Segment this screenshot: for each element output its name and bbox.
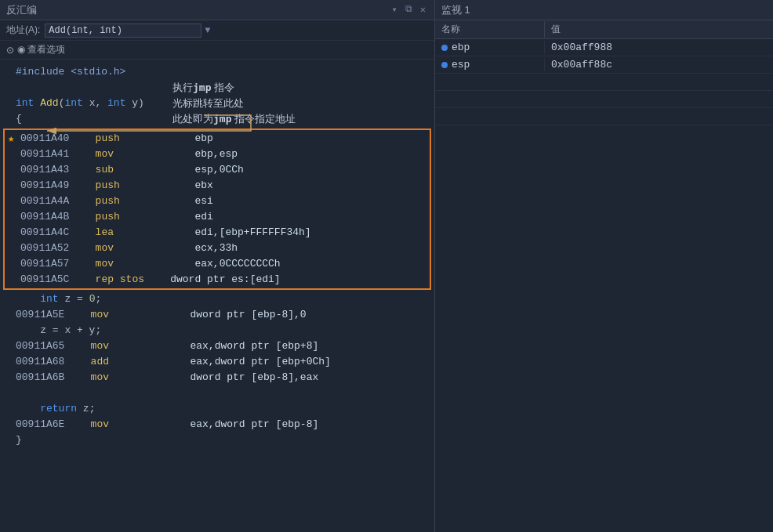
watch-name-ebp: ebp xyxy=(452,42,470,53)
code-area[interactable]: 执行jmp 指令 光标跳转至此处 此处即为jmp 指令指定地址 #include… xyxy=(0,60,434,532)
asm-line-00911A4A: 00911A4A push esi xyxy=(5,194,430,209)
blank-line-2 xyxy=(0,385,434,401)
watch-val-esp: 0x00aff88c xyxy=(545,58,619,71)
source-return: return z; xyxy=(0,401,434,417)
watch-title-bar: 监视 1 xyxy=(435,0,773,20)
asm-line-00911A49: 00911A49 push ebx xyxy=(5,178,430,194)
float-button[interactable]: ⧉ xyxy=(403,4,415,16)
disasm-title: 反汇编 xyxy=(6,3,37,17)
disasm-title-bar: 反汇编 ▾ ⧉ ✕ xyxy=(0,0,434,20)
disasm-panel: 反汇编 ▾ ⧉ ✕ 地址(A): ▼ ⊙ ◉ 查看选项 执行jmp 指令 光标跳… xyxy=(0,0,435,532)
watch-title: 监视 1 xyxy=(441,3,470,17)
view-options-bar: ⊙ ◉ 查看选项 xyxy=(0,41,434,60)
annotation-line1: 执行jmp 指令 xyxy=(172,80,296,96)
asm-line-00911A5E: 00911A5E mov dword ptr [ebp-8],0 xyxy=(0,307,434,323)
watch-dot-esp xyxy=(441,62,448,68)
watch-header: 名称 值 xyxy=(435,20,773,39)
watch-cell-name-ebp: ebp xyxy=(435,41,545,54)
asm-line-00911A41: 00911A41 mov ebp,esp xyxy=(5,147,430,162)
watch-row-esp[interactable]: esp 0x00aff88c xyxy=(435,56,773,74)
asm-line-00911A6E: 00911A6E mov eax,dword ptr [ebp-8] xyxy=(0,417,434,432)
asm-line-00911A43: 00911A43 sub esp,0CCh xyxy=(5,162,430,178)
breakpoint-marker: ★ xyxy=(8,131,14,147)
address-input[interactable] xyxy=(45,24,201,38)
address-bar: 地址(A): ▼ xyxy=(0,20,434,41)
watch-rows: ebp 0x00aff988 esp 0x00aff88c xyxy=(435,39,773,125)
asm-line-00911A52: 00911A52 mov ecx,33h xyxy=(5,241,430,256)
watch-empty-row-3 xyxy=(435,108,773,125)
close-brace-line: } xyxy=(0,432,434,448)
watch-col-val-header: 值 xyxy=(545,21,567,38)
watch-name-esp: esp xyxy=(452,59,470,71)
source-include-line: #include <stdio.h> xyxy=(0,64,434,80)
watch-row-ebp[interactable]: ebp 0x00aff988 xyxy=(435,39,773,56)
watch-val-ebp: 0x00aff988 xyxy=(545,41,619,54)
watch-empty-row-2 xyxy=(435,91,773,108)
pin-button[interactable]: ▾ xyxy=(390,4,400,16)
source-int-z: int z = 0 ; xyxy=(0,291,434,307)
annotation-arrow xyxy=(204,107,298,147)
source-z-assign: z = x + y; xyxy=(0,323,434,338)
asm-line-00911A57: 00911A57 mov eax,0CCCCCCCCh xyxy=(5,256,430,272)
watch-dot-ebp xyxy=(441,45,448,51)
asm-line-00911A65: 00911A65 mov eax,dword ptr [ebp+8] xyxy=(0,338,434,354)
asm-highlighted-block: ★ 00911A40 push ebp 00911A41 mov ebp,esp… xyxy=(3,128,431,290)
asm-line-00911A6B: 00911A6B mov dword ptr [ebp-8],eax xyxy=(0,370,434,385)
watch-col-name-header: 名称 xyxy=(435,21,545,38)
title-controls: ▾ ⧉ ✕ xyxy=(390,4,428,16)
view-options-icon: ⊙ xyxy=(6,45,14,56)
asm-line-00911A4B: 00911A4B push edi xyxy=(5,209,430,225)
asm-line-00911A5C: 00911A5C rep stos dword ptr es:[edi] xyxy=(5,272,430,288)
watch-empty-row-1 xyxy=(435,74,773,91)
view-options-button[interactable]: ⊙ ◉ 查看选项 xyxy=(6,43,65,56)
asm-line-00911A68: 00911A68 add eax,dword ptr [ebp+0Ch] xyxy=(0,354,434,370)
asm-line-00911A4C: 00911A4C lea edi,[ebp+FFFFFF34h] xyxy=(5,225,430,241)
address-label: 地址(A): xyxy=(6,24,40,37)
watch-cell-name-esp: esp xyxy=(435,58,545,71)
watch-panel: 监视 1 名称 值 ebp 0x00aff988 esp 0x00aff88c xyxy=(435,0,773,532)
address-dropdown[interactable]: ▼ xyxy=(205,25,210,36)
close-button[interactable]: ✕ xyxy=(418,4,428,16)
view-options-label: ◉ 查看选项 xyxy=(17,43,65,56)
